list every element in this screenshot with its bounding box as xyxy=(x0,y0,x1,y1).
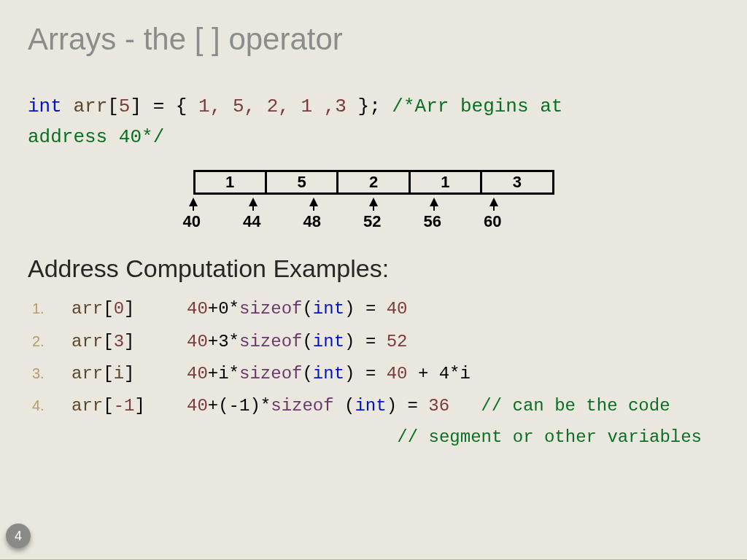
page-number-badge: 4 xyxy=(6,524,31,548)
inline-comment: // can be the code xyxy=(481,396,670,416)
list-number: 4. xyxy=(32,392,71,419)
declaration-line: int arr[5] = { 1, 5, 2, 1 ,3 }; /*Arr be… xyxy=(28,92,719,122)
array-cell: 1 xyxy=(411,172,482,192)
address-label: 44 xyxy=(243,212,260,231)
example-row: 1. arr[0] 40+0*sizeof(int) = 40 xyxy=(32,293,719,325)
slide-title: Arrays - the [ ] operator xyxy=(28,22,719,57)
example-row: 2. arr[3] 40+3*sizeof(int) = 52 xyxy=(32,326,719,358)
type-keyword: int xyxy=(28,96,62,117)
address-label: 40 xyxy=(183,212,201,231)
address-label: 56 xyxy=(424,212,441,231)
array-init-values: 1, 5, 2, 1 ,3 xyxy=(198,96,347,117)
comment-part2: address 40*/ xyxy=(28,126,164,148)
address-label: 52 xyxy=(363,212,381,231)
list-number: 2. xyxy=(32,328,71,355)
subheading: Address Computation Examples: xyxy=(28,254,719,283)
array-cells-row: 1 5 2 1 3 xyxy=(193,170,554,195)
array-diagram: 1 5 2 1 3 40 44 48 52 56 60 xyxy=(193,170,554,231)
list-number: 1. xyxy=(32,295,71,322)
array-cell: 1 xyxy=(196,172,267,192)
list-number: 3. xyxy=(32,360,71,387)
comment-part1: /*Arr begins at xyxy=(392,96,562,117)
address-row: 40 44 48 52 56 60 xyxy=(193,195,554,231)
address-label: 60 xyxy=(484,212,501,231)
examples-list: 1. arr[0] 40+0*sizeof(int) = 40 2. arr[3… xyxy=(28,293,719,447)
array-cell: 2 xyxy=(338,172,410,192)
array-size: 5 xyxy=(119,96,131,117)
array-cell: 3 xyxy=(482,172,551,192)
array-name: arr xyxy=(73,96,107,117)
example-row: 4. arr[-1] 40+(-1)*sizeof (int) = 36 // … xyxy=(32,390,719,422)
address-label: 48 xyxy=(303,212,321,231)
trailing-comment: // segment or other variables xyxy=(32,427,719,447)
example-row: 3. arr[i] 40+i*sizeof(int) = 40 + 4*i xyxy=(32,358,719,390)
array-cell: 5 xyxy=(267,172,338,192)
